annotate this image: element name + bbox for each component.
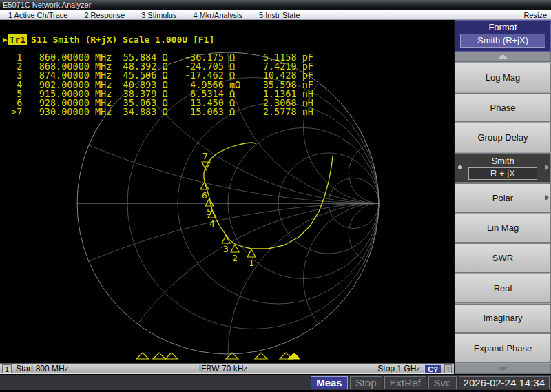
softkey-label: Log Mag xyxy=(486,72,521,83)
marker-triangle-icon xyxy=(231,245,239,252)
softkey-smith[interactable]: SmithR + jX xyxy=(455,153,551,183)
softkey-scroll-up-button[interactable] xyxy=(455,52,551,62)
status-svc: Svc xyxy=(428,376,457,389)
status-extref: ExtRef xyxy=(384,376,426,389)
softkey-button-list: Log MagPhaseGroup DelaySmithR + jXPolarL… xyxy=(455,62,551,364)
softkey-polar[interactable]: Polar xyxy=(455,183,551,213)
selected-bullet-icon xyxy=(458,165,462,169)
stimulus-marker-tick-icon xyxy=(255,353,267,359)
menu-mkr-analysis[interactable]: 4 Mkr/Analysis xyxy=(185,11,251,19)
softkey-log-mag[interactable]: Log Mag xyxy=(455,63,551,92)
menu-resize[interactable]: Resize xyxy=(519,11,551,19)
softkey-label: Expand Phase xyxy=(474,343,532,353)
active-trace-arrow-icon: ▶ xyxy=(3,35,8,44)
marker-number-label: 1 xyxy=(249,258,254,268)
marker-number-label: 5 xyxy=(207,207,212,217)
chart-marker-5: 5 xyxy=(205,198,214,217)
ifbw-label: IFBW 70 kHz xyxy=(199,364,248,373)
stimulus-marker-tick-icon xyxy=(153,353,165,359)
chevron-down-icon xyxy=(497,367,508,371)
window-title: E5071C Network Analyzer xyxy=(3,1,91,9)
channel-number-box: 1 xyxy=(2,364,12,373)
submenu-arrow-icon xyxy=(545,194,549,201)
instrument-status-bar: Meas Stop ExtRef Svc 2026-02-24 14:34 xyxy=(0,374,551,390)
softkey-label: Polar xyxy=(492,193,513,203)
softkey-label: Smith xyxy=(491,156,514,166)
softkey-imaginary[interactable]: Imaginary xyxy=(455,304,551,333)
start-frequency-label: Start 800 MHz xyxy=(16,364,69,373)
marker-table-row: >7 930.00000 MHz 34.883 Ω 15.063 Ω 2.577… xyxy=(11,107,313,116)
softkey-value-box: R + jX xyxy=(468,167,537,180)
alert-indicator: ! xyxy=(444,364,452,373)
softkey-scroll-down-button[interactable] xyxy=(455,364,551,374)
trace-id-badge[interactable]: Tr1 xyxy=(8,34,27,45)
s11-trace xyxy=(204,143,333,249)
marker-number-label: 3 xyxy=(223,244,229,254)
softkey-menu-header: Format Smith (R+jX) xyxy=(455,20,551,52)
stimulus-marker-tick-icon xyxy=(165,353,178,359)
softkey-label: Phase xyxy=(490,103,516,113)
softkey-lin-mag[interactable]: Lin Mag xyxy=(455,214,551,243)
softkey-label: Group Delay xyxy=(478,132,528,143)
softkey-label: Real xyxy=(494,283,512,293)
softkey-label: Imaginary xyxy=(483,313,522,323)
softkey-phase[interactable]: Phase xyxy=(455,93,551,123)
softkey-menu-title: Format xyxy=(455,22,550,32)
marker-number-label: 7 xyxy=(202,151,208,161)
softkey-label: SWR xyxy=(492,253,513,263)
softkey-swr[interactable]: SWR xyxy=(455,243,551,273)
trace-header-text: S11 Smith (R+jX) Scale 1.000U [F1] xyxy=(31,34,214,45)
chevron-up-icon xyxy=(497,54,508,59)
stimulus-marker-tick-icon xyxy=(136,353,149,359)
menu-stimulus[interactable]: 3 Stimulus xyxy=(133,11,185,19)
status-meas: Meas xyxy=(311,376,348,389)
softkey-sidebar: Format Smith (R+jX) Log MagPhaseGroup De… xyxy=(454,20,551,374)
menu-active-ch-trace[interactable]: 1 Active Ch/Trace xyxy=(0,11,76,19)
chart-marker-1: 1 xyxy=(247,249,256,268)
calibration-status-badge: C? xyxy=(424,364,441,373)
chart-area: 1234567 ▶ Tr1 S11 Smith (R+jX) Scale 1.0… xyxy=(0,20,454,363)
status-datetime: 2026-02-24 14:34 xyxy=(459,376,550,389)
stop-frequency-label: Stop 1 GHz xyxy=(377,364,420,373)
menu-response[interactable]: 2 Response xyxy=(76,11,133,19)
status-stop: Stop xyxy=(350,376,382,389)
softkey-group-delay[interactable]: Group Delay xyxy=(455,123,551,152)
menu-bar: 1 Active Ch/Trace 2 Response 3 Stimulus … xyxy=(0,10,551,20)
main-area: 1234567 ▶ Tr1 S11 Smith (R+jX) Scale 1.0… xyxy=(0,20,551,374)
chart-marker-2: 2 xyxy=(231,245,239,263)
trace-header: ▶ Tr1 S11 Smith (R+jX) Scale 1.000U [F1] xyxy=(3,34,214,45)
chart-column: 1234567 ▶ Tr1 S11 Smith (R+jX) Scale 1.0… xyxy=(0,20,454,374)
marker-table: 1 860.00000 MHz 55.884 Ω -36.175 Ω 5.115… xyxy=(11,53,313,116)
softkey-label: Lin Mag xyxy=(487,223,519,233)
softkey-real[interactable]: Real xyxy=(455,274,551,303)
channel-status-bar: 1 Start 800 MHz IFBW 70 kHz Stop 1 GHz C… xyxy=(0,363,454,374)
softkey-expand-phase[interactable]: Expand Phase xyxy=(455,333,551,363)
menu-instr-state[interactable]: 5 Instr State xyxy=(251,11,308,19)
active-stimulus-marker-tick-icon xyxy=(288,353,300,359)
marker-number-label: 2 xyxy=(232,253,238,263)
softkey-menu-current-value: Smith (R+jX) xyxy=(460,34,545,48)
marker-triangle-icon xyxy=(247,249,256,257)
marker-number-label: 4 xyxy=(209,218,215,229)
marker-number-label: 6 xyxy=(202,190,207,200)
submenu-arrow-icon xyxy=(545,164,549,171)
window-titlebar: E5071C Network Analyzer xyxy=(0,0,551,10)
